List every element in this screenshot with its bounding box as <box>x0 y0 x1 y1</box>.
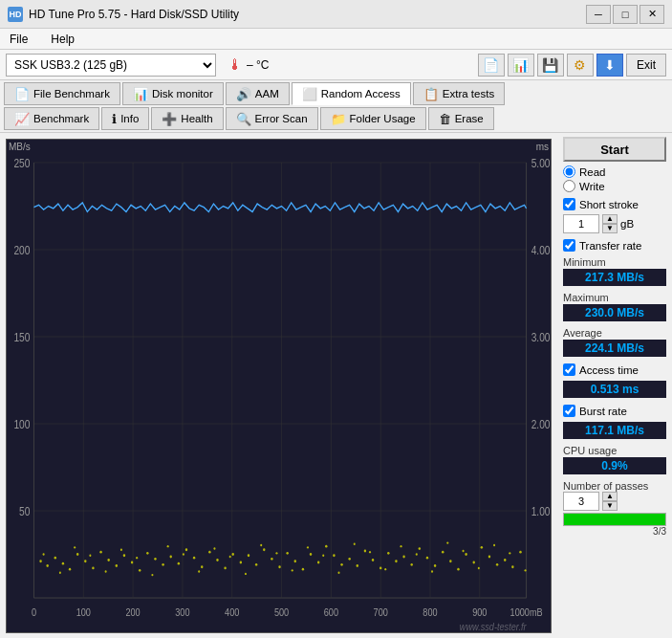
tab-disk-monitor[interactable]: 📊 Disk monitor <box>122 82 224 105</box>
svg-point-116 <box>260 544 262 546</box>
tabs-row-2: 📈 Benchmark ℹ Info ➕ Health 🔍 Error Scan… <box>4 107 668 130</box>
svg-point-70 <box>278 565 280 568</box>
toolbar-btn-3[interactable]: 💾 <box>537 54 564 77</box>
exit-button[interactable]: Exit <box>626 54 666 77</box>
svg-point-82 <box>372 559 374 561</box>
svg-point-49 <box>116 564 118 567</box>
svg-point-113 <box>213 547 215 549</box>
short-stroke-up[interactable]: ▲ <box>602 214 618 224</box>
main-content: MB/s ms 250 <box>0 133 672 638</box>
tab-extra-tests[interactable]: 📋 Extra tests <box>413 82 505 105</box>
tab-file-benchmark[interactable]: 📄 File Benchmark <box>4 82 120 105</box>
svg-point-74 <box>310 553 312 556</box>
drive-select[interactable]: SSK USB3.2 (125 gB) <box>6 54 216 77</box>
close-button[interactable]: ✕ <box>639 5 664 24</box>
svg-text:300: 300 <box>175 607 190 619</box>
short-stroke-down[interactable]: ▼ <box>602 224 618 233</box>
tab-health[interactable]: ➕ Health <box>151 107 223 130</box>
svg-point-99 <box>504 559 506 561</box>
svg-point-39 <box>39 560 41 562</box>
toolbar: SSK USB3.2 (125 gB) 🌡 – °C 📄 📊 💾 ⚙ ⬇ Exi… <box>0 50 672 80</box>
menu-help[interactable]: Help <box>45 31 80 48</box>
svg-text:1000mB: 1000mB <box>510 607 543 619</box>
svg-point-50 <box>123 554 125 557</box>
passes-up[interactable]: ▲ <box>602 492 618 501</box>
svg-point-89 <box>426 557 428 560</box>
svg-text:www.ssd-tester.fr: www.ssd-tester.fr <box>460 621 527 632</box>
toolbar-btn-5[interactable]: ⬇ <box>596 54 623 77</box>
minimize-button[interactable]: ─ <box>586 5 611 24</box>
tab-info[interactable]: ℹ Info <box>101 107 149 130</box>
passes-down[interactable]: ▼ <box>602 501 618 511</box>
tab-folder-usage[interactable]: 📁 Folder Usage <box>320 107 426 130</box>
folder-usage-icon: 📁 <box>331 112 346 126</box>
short-stroke-value-row: ▲ ▼ gB <box>563 214 666 233</box>
svg-point-52 <box>139 569 141 572</box>
write-radio[interactable] <box>563 180 575 192</box>
svg-point-80 <box>357 564 358 567</box>
svg-point-127 <box>431 570 433 572</box>
cpu-usage-section: CPU usage 0.9% <box>563 444 666 475</box>
menu-file[interactable]: File <box>4 31 33 48</box>
svg-text:500: 500 <box>274 607 290 619</box>
tab-random-access[interactable]: ⬜ Random Access <box>292 82 411 105</box>
transfer-rate-checkbox[interactable] <box>563 239 575 252</box>
maximum-section: Maximum 230.0 MB/s <box>563 291 666 322</box>
health-icon: ➕ <box>162 112 177 126</box>
svg-point-58 <box>185 548 187 551</box>
svg-point-69 <box>271 558 272 561</box>
passes-label: Number of passes <box>563 480 666 492</box>
minimum-value: 217.3 MB/s <box>563 269 666 286</box>
cpu-usage-value: 0.9% <box>563 457 666 474</box>
svg-point-43 <box>69 568 71 571</box>
svg-point-100 <box>511 565 513 568</box>
read-radio[interactable] <box>563 165 575 178</box>
short-stroke-checkbox[interactable] <box>563 198 575 210</box>
svg-point-96 <box>481 546 483 549</box>
svg-text:800: 800 <box>423 607 438 619</box>
passes-progress-bar <box>563 513 666 526</box>
start-button[interactable]: Start <box>563 137 666 162</box>
maximize-button[interactable]: □ <box>613 5 638 24</box>
tab-info-label: Info <box>120 113 139 124</box>
svg-point-124 <box>384 568 386 570</box>
tab-random-access-label: Random Access <box>321 88 401 99</box>
read-radio-row: Read <box>563 165 666 178</box>
svg-point-130 <box>478 567 480 569</box>
svg-point-112 <box>198 570 200 572</box>
svg-point-41 <box>54 557 56 560</box>
tab-aam-label: AAM <box>255 88 279 99</box>
svg-point-109 <box>151 574 153 576</box>
svg-point-111 <box>183 553 184 555</box>
svg-point-106 <box>105 570 107 572</box>
short-stroke-input[interactable] <box>563 214 599 233</box>
toolbar-btn-1[interactable]: 📄 <box>478 54 505 77</box>
write-label: Write <box>579 181 605 192</box>
svg-point-117 <box>275 552 277 554</box>
temp-value: – °C <box>247 58 269 72</box>
svg-point-115 <box>245 573 247 575</box>
tab-extra-tests-label: Extra tests <box>443 88 494 99</box>
svg-point-97 <box>488 556 490 559</box>
tab-erase[interactable]: 🗑 Erase <box>428 107 494 130</box>
svg-text:50: 50 <box>19 505 30 517</box>
toolbar-btn-2[interactable]: 📊 <box>508 54 534 77</box>
tab-aam[interactable]: 🔊 AAM <box>226 82 290 105</box>
access-time-checkbox[interactable] <box>563 363 575 376</box>
svg-point-114 <box>229 556 231 558</box>
short-stroke-checkbox-row: Short stroke <box>563 198 666 210</box>
svg-point-44 <box>76 553 78 556</box>
svg-point-59 <box>193 557 195 560</box>
svg-point-75 <box>317 561 319 564</box>
svg-point-66 <box>248 554 249 557</box>
burst-rate-checkbox[interactable] <box>563 405 575 417</box>
tab-benchmark[interactable]: 📈 Benchmark <box>4 107 99 130</box>
window-title: HD Tune Pro 5.75 - Hard Disk/SSD Utility <box>29 8 239 21</box>
right-panel: Start Read Write Short stroke ▲ ▼ gB <box>557 133 672 638</box>
svg-point-123 <box>369 551 371 553</box>
toolbar-btn-4[interactable]: ⚙ <box>567 54 594 77</box>
passes-input[interactable] <box>563 492 599 511</box>
maximum-value: 230.0 MB/s <box>563 304 666 321</box>
svg-point-105 <box>89 555 91 557</box>
tab-error-scan[interactable]: 🔍 Error Scan <box>226 107 318 130</box>
